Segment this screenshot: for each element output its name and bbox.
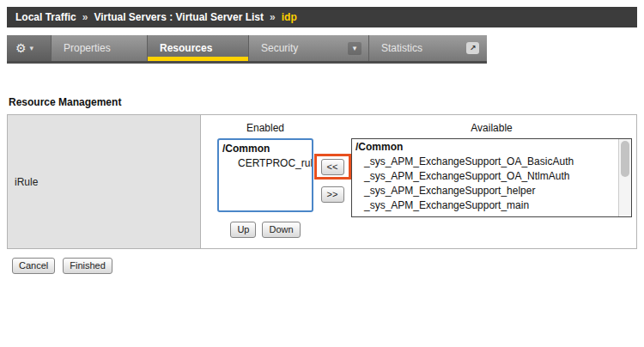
resource-management-table: iRule Enabled /Common CERTPROC_rule Up D…: [7, 114, 637, 249]
list-item[interactable]: _sys_APM_ExchangeSupport_main: [355, 198, 618, 213]
enabled-irules-listbox[interactable]: /Common CERTPROC_rule: [217, 138, 313, 212]
enabled-partition-group: /Common: [222, 142, 308, 156]
breadcrumb-current-page: idp: [282, 11, 297, 23]
tab-bar: ⚙ ▾ Properties Resources Security ▾ Stat…: [7, 35, 487, 64]
irule-row-label: iRule: [8, 115, 201, 248]
popout-icon: ↗: [466, 42, 479, 54]
available-irules-listbox[interactable]: /Common _sys_APM_ExchangeSupport_OA_Basi…: [351, 138, 632, 217]
scrollbar[interactable]: [618, 139, 631, 216]
list-item[interactable]: CERTPROC_rule: [222, 156, 308, 171]
down-button[interactable]: Down: [262, 222, 300, 238]
tab-properties[interactable]: Properties: [52, 35, 148, 61]
enabled-column-header: Enabled: [217, 122, 313, 135]
breadcrumb-item-virtual-server-list[interactable]: Virtual Servers : Virtual Server List: [94, 11, 264, 23]
chevron-down-icon[interactable]: ▾: [348, 42, 361, 55]
tab-security[interactable]: Security ▾: [249, 35, 369, 61]
tab-label: Security: [261, 42, 298, 54]
list-item[interactable]: _sys_APM_ExchangeSupport_OA_BasicAuth: [355, 155, 618, 169]
tab-resources[interactable]: Resources: [148, 35, 249, 61]
cancel-button[interactable]: Cancel: [12, 258, 55, 274]
list-item[interactable]: _sys_APM_ExchangeSupport_OA_NtlmAuth: [355, 169, 618, 184]
scrollbar-thumb[interactable]: [621, 141, 629, 177]
move-to-enabled-button[interactable]: <<: [321, 159, 344, 175]
tab-label: Properties: [64, 42, 111, 54]
move-to-available-button[interactable]: >>: [321, 186, 344, 203]
breadcrumb: Local Traffic » Virtual Servers : Virtua…: [7, 7, 637, 27]
chevron-down-icon: ▾: [30, 44, 34, 52]
list-item[interactable]: _sys_APM_ExchangeSupport_helper: [355, 184, 618, 198]
breadcrumb-separator-icon: »: [270, 11, 276, 23]
tab-statistics[interactable]: Statistics ↗: [369, 35, 486, 61]
up-button[interactable]: Up: [230, 222, 256, 238]
finished-button[interactable]: Finished: [63, 258, 112, 274]
tab-menu-gear[interactable]: ⚙ ▾: [7, 35, 52, 61]
available-column-header: Available: [351, 122, 632, 135]
irule-row-value: Enabled /Common CERTPROC_rule Up Down <<…: [201, 115, 636, 248]
breadcrumb-separator-icon: »: [82, 11, 88, 23]
section-title: Resource Management: [9, 96, 644, 108]
breadcrumb-item-local-traffic[interactable]: Local Traffic: [15, 11, 76, 23]
available-partition-group: /Common: [355, 140, 618, 155]
tab-label: Statistics: [381, 42, 422, 54]
tab-label: Resources: [160, 42, 212, 54]
gear-icon: ⚙: [15, 41, 27, 55]
